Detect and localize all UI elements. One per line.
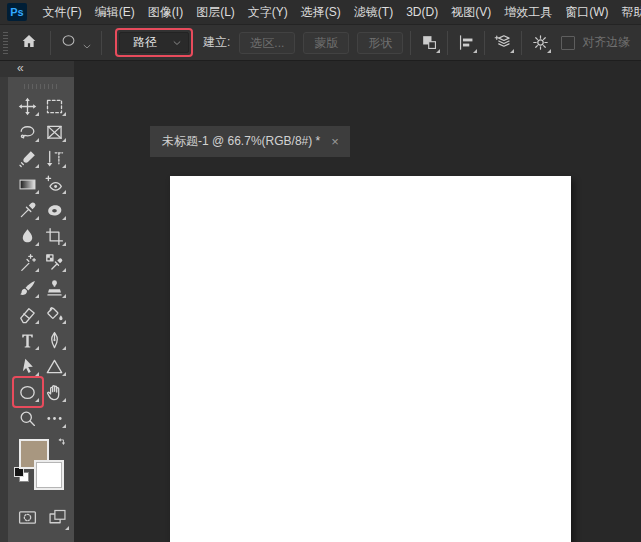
- gradient-tool[interactable]: [15, 171, 41, 197]
- options-grip-handle[interactable]: [3, 32, 8, 54]
- red-eye-tool[interactable]: [42, 171, 68, 197]
- type-mask-tool[interactable]: [42, 145, 68, 171]
- eraser-tool[interactable]: [15, 301, 41, 327]
- hand-tool[interactable]: [42, 379, 68, 405]
- menu-items: 文件(F)编辑(E)图像(I)图层(L)文字(Y)选择(S)滤镜(T)3D(D)…: [36, 0, 641, 24]
- make-mask-button[interactable]: 蒙版: [303, 32, 349, 54]
- make-shape-button[interactable]: 形状: [357, 32, 403, 54]
- highlight-box-mode-dropdown: 路径: [115, 28, 193, 57]
- separator: [484, 31, 485, 55]
- lasso-tool[interactable]: [15, 119, 41, 145]
- document-tab[interactable]: 未标题-1 @ 66.7%(RGB/8#) * ×: [150, 126, 350, 157]
- chevron-down-icon: [172, 38, 182, 48]
- ellipse-tool[interactable]: [15, 379, 41, 405]
- color-swatches: [8, 437, 74, 493]
- make-buttons: 选区...蒙版形状: [239, 32, 403, 54]
- photoshop-logo-icon: Ps: [7, 3, 27, 21]
- tool-mode-value: 路径: [133, 34, 157, 51]
- background-color-swatch[interactable]: [34, 460, 64, 490]
- separator: [521, 31, 522, 55]
- ellipse-tool-icon: [60, 32, 77, 53]
- close-tab-button[interactable]: ×: [331, 135, 339, 148]
- menu-select[interactable]: 选择(S): [294, 0, 347, 24]
- tool-preset-picker[interactable]: [60, 32, 92, 53]
- brush-tool[interactable]: [15, 275, 41, 301]
- patch-tool[interactable]: [42, 197, 68, 223]
- default-colors-button[interactable]: [14, 467, 29, 482]
- tools-grid: [8, 93, 74, 431]
- tool-mode-dropdown[interactable]: 路径: [119, 32, 189, 53]
- eyedropper-tool[interactable]: [15, 197, 41, 223]
- edit-toolbar[interactable]: [42, 405, 68, 431]
- blur-tool[interactable]: [15, 223, 41, 249]
- path-operations-icon[interactable]: [418, 32, 440, 54]
- menu-file[interactable]: 文件(F): [36, 0, 88, 24]
- paint-bucket-tool[interactable]: [42, 301, 68, 327]
- screen-mode-icon: [47, 507, 68, 532]
- menu-image[interactable]: 图像(I): [141, 0, 189, 24]
- document-canvas[interactable]: [170, 176, 571, 542]
- photoshop-window: Ps 文件(F)编辑(E)图像(I)图层(L)文字(Y)选择(S)滤镜(T)3D…: [0, 0, 641, 542]
- swap-colors-icon[interactable]: [55, 437, 69, 451]
- path-option-icons: [418, 31, 551, 55]
- align-edges-checkbox[interactable]: [561, 36, 575, 50]
- menu-3d[interactable]: 3D(D): [400, 0, 445, 24]
- collapse-panel-button[interactable]: «: [0, 61, 74, 77]
- menu-bar: Ps 文件(F)编辑(E)图像(I)图层(L)文字(Y)选择(S)滤镜(T)3D…: [0, 0, 641, 25]
- tools-panel-body: [8, 77, 74, 542]
- screen-mode-button[interactable]: [45, 507, 69, 531]
- crop-tool[interactable]: [42, 223, 68, 249]
- menu-filter[interactable]: 滤镜(T): [347, 0, 399, 24]
- separator: [447, 31, 448, 55]
- path-arrangement-icon[interactable]: [492, 32, 514, 54]
- menu-window[interactable]: 窗口(W): [559, 0, 615, 24]
- menu-layer[interactable]: 图层(L): [190, 0, 242, 24]
- spot-healing-brush-tool[interactable]: [15, 145, 41, 171]
- make-label: 建立:: [203, 34, 230, 51]
- menu-plugins[interactable]: 增效工具: [498, 0, 559, 24]
- zoom-tool[interactable]: [15, 405, 41, 431]
- panel-grip-handle[interactable]: [24, 84, 58, 89]
- frame-tool[interactable]: [42, 119, 68, 145]
- separator: [101, 31, 102, 55]
- dock-bottom-buttons: [8, 505, 74, 535]
- menu-edit[interactable]: 编辑(E): [88, 0, 141, 24]
- quick-mask-icon: [17, 507, 38, 532]
- separator: [50, 31, 51, 55]
- make-selection-button[interactable]: 选区...: [239, 32, 295, 54]
- menu-type[interactable]: 文字(Y): [241, 0, 294, 24]
- material-eyedropper-tool[interactable]: [42, 249, 68, 275]
- triangle-tool[interactable]: [42, 353, 68, 379]
- menu-view[interactable]: 视图(V): [445, 0, 498, 24]
- magic-wand-tool[interactable]: [15, 249, 41, 275]
- clone-stamp-tool[interactable]: [42, 275, 68, 301]
- menu-help[interactable]: 帮助(H): [615, 0, 641, 24]
- path-alignment-icon[interactable]: [455, 32, 477, 54]
- canvas-area: 未标题-1 @ 66.7%(RGB/8#) * ×: [74, 61, 641, 542]
- home-button[interactable]: [15, 29, 43, 57]
- align-edges-label: 对齐边缘: [582, 34, 630, 51]
- move-tool[interactable]: [15, 93, 41, 119]
- tool-options-bar: 路径 建立: 选区...蒙版形状 对齐边缘: [0, 25, 641, 61]
- geometry-settings-icon[interactable]: [529, 32, 551, 54]
- rectangular-marquee-tool[interactable]: [42, 93, 68, 119]
- pen-tool[interactable]: [42, 327, 68, 353]
- separator: [410, 31, 411, 55]
- quick-mask-button[interactable]: [15, 507, 39, 531]
- horizontal-type-tool[interactable]: [15, 327, 41, 353]
- chevron-down-icon: [82, 38, 92, 48]
- tools-panel: «: [0, 61, 74, 542]
- home-icon: [20, 32, 38, 54]
- document-tab-title: 未标题-1 @ 66.7%(RGB/8#) *: [162, 133, 320, 150]
